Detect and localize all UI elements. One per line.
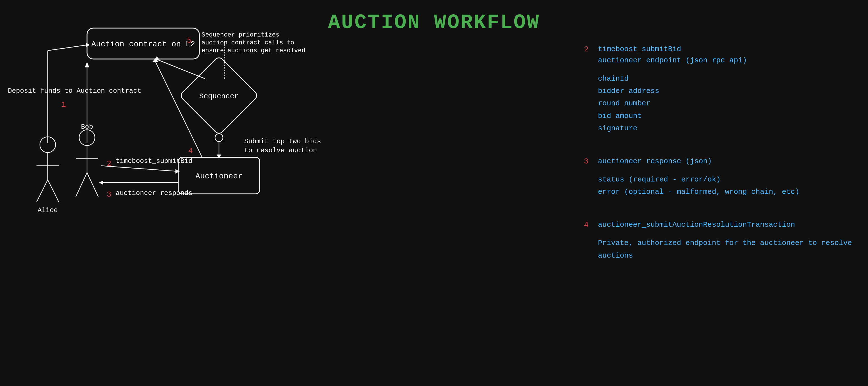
section2-bid: bid amount — [598, 110, 854, 122]
section2-subtitle: auctioneer endpoint (json rpc api) — [598, 56, 854, 65]
svg-text:Sequencer prioritizes: Sequencer prioritizes — [202, 31, 279, 38]
info-section-2: 2 timeboost_submitBid auctioneer endpoin… — [584, 45, 854, 135]
svg-line-32 — [76, 173, 87, 197]
svg-line-8 — [48, 45, 87, 51]
step-number-2: 2 — [584, 45, 589, 54]
svg-point-4 — [215, 134, 223, 142]
info-panel: 2 timeboost_submitBid auctioneer endpoin… — [578, 39, 859, 279]
svg-line-26 — [36, 180, 48, 202]
svg-text:Sequencer: Sequencer — [199, 92, 239, 100]
section4-title: auctioneer_submitAuctionResolutionTransa… — [598, 220, 854, 229]
svg-marker-11 — [85, 62, 89, 67]
svg-marker-9 — [86, 43, 90, 47]
section3-error: error (optional - malformed, wrong chain… — [598, 186, 854, 198]
svg-text:2: 2 — [107, 159, 112, 168]
svg-text:to resolve auction: to resolve auction — [244, 147, 317, 154]
svg-marker-18 — [99, 180, 103, 185]
svg-line-27 — [48, 180, 59, 202]
step-number-3: 3 — [584, 157, 589, 166]
svg-text:timeboost_submitBid: timeboost_submitBid — [116, 157, 193, 165]
section2-content: timeboost_submitBid auctioneer endpoint … — [598, 45, 854, 135]
svg-text:auction contract calls to: auction contract calls to — [202, 39, 294, 47]
section2-chainId: chainId — [598, 72, 854, 85]
section3-content: auctioneer response (json) status (requi… — [598, 157, 854, 198]
svg-text:3: 3 — [107, 190, 112, 199]
section2-signature: signature — [598, 122, 854, 135]
section4-content: auctioneer_submitAuctionResolutionTransa… — [598, 220, 854, 262]
svg-text:Deposit funds to Auction contr: Deposit funds to Auction contract — [8, 87, 141, 95]
svg-text:Auctioneer: Auctioneer — [195, 172, 243, 181]
step-number-4: 4 — [584, 220, 589, 229]
svg-text:1: 1 — [61, 100, 66, 109]
svg-line-21 — [154, 60, 202, 157]
section2-title: timeboost_submitBid — [598, 45, 854, 53]
section3-title: auctioneer response (json) — [598, 157, 854, 166]
section2-round: round number — [598, 97, 854, 110]
svg-text:4: 4 — [188, 147, 193, 155]
svg-text:Submit top two bids: Submit top two bids — [244, 138, 321, 145]
diagram-svg: Auction contract on L2 Sequencer Auction… — [0, 0, 576, 337]
svg-line-12 — [157, 60, 205, 79]
svg-line-15 — [101, 166, 178, 171]
svg-text:5: 5 — [187, 36, 192, 45]
svg-text:Alice: Alice — [38, 206, 58, 214]
svg-text:Auction contract on L2: Auction contract on L2 — [91, 40, 195, 49]
info-section-3: 3 auctioneer response (json) status (req… — [584, 157, 854, 198]
svg-text:auctioneer responds: auctioneer responds — [116, 189, 193, 197]
svg-marker-20 — [217, 154, 221, 159]
svg-text:Bob: Bob — [81, 123, 93, 131]
section3-status: status (required - error/ok) — [598, 173, 854, 186]
section4-subtitle: Private, authorized endpoint for the auc… — [598, 237, 854, 262]
svg-line-33 — [87, 173, 98, 197]
info-section-4: 4 auctioneer_submitAuctionResolutionTran… — [584, 220, 854, 262]
svg-marker-16 — [176, 169, 180, 174]
svg-text:ensure auctions get resolved: ensure auctions get resolved — [202, 47, 305, 54]
section2-bidder: bidder address — [598, 85, 854, 97]
